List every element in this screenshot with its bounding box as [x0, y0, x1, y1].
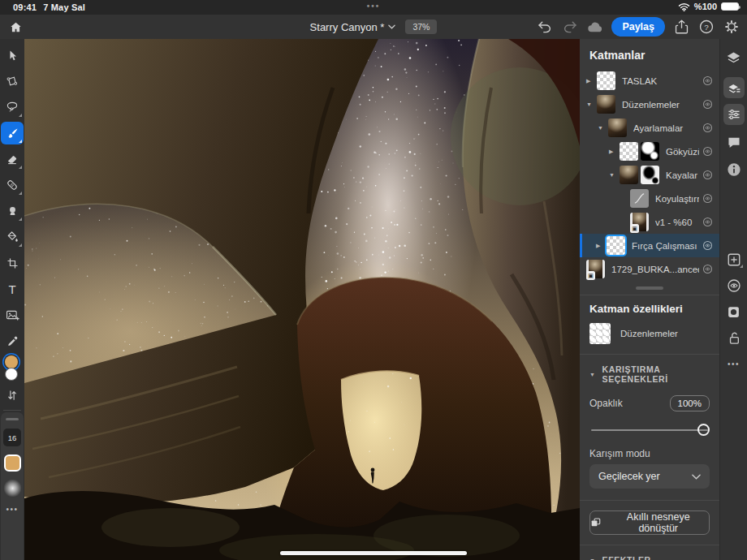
- layer-name: 1729_BURKA...anced-NR33: [611, 265, 699, 274]
- visibility-eye-icon[interactable]: [702, 264, 713, 274]
- layer-row-kayalar[interactable]: ▼ Kayalar: [580, 163, 719, 187]
- disclosure-expanded-icon[interactable]: ▼: [586, 101, 597, 107]
- blend-mode-select[interactable]: Geçilecek yer: [589, 464, 710, 489]
- brush-preset-soft-round[interactable]: [4, 480, 21, 497]
- layer-row-ayarlamalar[interactable]: ▼ Ayarlamalar: [580, 116, 719, 140]
- layer-thumbnail[interactable]: [620, 166, 638, 184]
- adjustment-curves-thumbnail[interactable]: [630, 189, 649, 208]
- clone-stamp-tool[interactable]: [0, 198, 24, 224]
- move-tool[interactable]: [0, 42, 24, 68]
- layer-properties-title: Katman özellikleri: [580, 295, 719, 321]
- opacity-value-box[interactable]: 100%: [670, 395, 710, 411]
- comments-button[interactable]: [722, 130, 746, 154]
- visibility-eye-icon[interactable]: [702, 217, 713, 227]
- transform-select-tool[interactable]: [0, 68, 24, 94]
- cloud-sync-icon[interactable]: [586, 18, 604, 36]
- type-tool[interactable]: T: [0, 276, 24, 302]
- blending-options-header[interactable]: ▼ KARIŞTIRMA SEÇENEKLERİ: [580, 355, 719, 387]
- ipad-status-bar: 09:417 May Sal ••• %100: [0, 0, 747, 15]
- help-button[interactable]: ?: [697, 18, 715, 36]
- smart-object-badge-icon: ▣: [586, 271, 595, 280]
- info-button[interactable]: [722, 157, 746, 182]
- document-title[interactable]: Starry Canyon *: [310, 21, 396, 33]
- lock-layer-button[interactable]: [722, 325, 746, 350]
- crop-tool[interactable]: [0, 250, 24, 276]
- layer-row-firca-calismasi-selected[interactable]: ▶ Fırça Çalışması: [580, 234, 719, 257]
- settings-gear-icon[interactable]: [723, 18, 741, 36]
- opacity-slider-knob[interactable]: [697, 424, 710, 436]
- share-button[interactable]: Paylaş: [611, 17, 665, 37]
- more-layer-options-button[interactable]: •••: [722, 351, 746, 376]
- eraser-tool[interactable]: [0, 146, 24, 172]
- effects-header[interactable]: ▼ EFEKTLER: [580, 545, 719, 560]
- swap-colors-button[interactable]: [0, 385, 24, 406]
- properties-layer-thumbnail: [589, 323, 611, 344]
- layer-row-1729-burka[interactable]: ▣ 1729_BURKA...anced-NR33: [580, 257, 719, 281]
- disclosure-expanded-icon[interactable]: ▼: [598, 125, 608, 131]
- section-chevron-icon: ▼: [589, 372, 596, 377]
- layer-row-duzenlemeler[interactable]: ▼ Düzenlemeler: [580, 93, 719, 116]
- export-icon[interactable]: [672, 18, 690, 36]
- eyedropper-tool[interactable]: [0, 328, 24, 354]
- opacity-slider-track[interactable]: [591, 429, 708, 431]
- layer-thumbnail[interactable]: [597, 71, 615, 90]
- disclosure-collapsed-icon[interactable]: ▶: [609, 149, 620, 155]
- place-photo-tool[interactable]: [0, 302, 24, 328]
- redo-button[interactable]: [561, 18, 579, 36]
- visibility-eye-icon[interactable]: [702, 146, 713, 157]
- layer-name: Koyulaştırma: [655, 194, 699, 204]
- convert-smart-object-button[interactable]: Akıllı nesneye dönüştür: [589, 510, 710, 535]
- fill-tool[interactable]: [0, 224, 24, 250]
- visibility-eye-icon[interactable]: [702, 99, 713, 110]
- add-layer-button[interactable]: [722, 248, 746, 272]
- opacity-slider[interactable]: [591, 424, 708, 437]
- background-color-well[interactable]: [5, 368, 18, 381]
- layer-row-v1[interactable]: ▣ v1 - %60: [580, 210, 719, 234]
- visibility-eye-icon[interactable]: [702, 240, 713, 251]
- layer-mask-button[interactable]: [722, 299, 746, 324]
- smart-object-thumbnail[interactable]: ▣: [586, 260, 605, 278]
- panel-drag-handle[interactable]: [636, 286, 663, 290]
- home-button[interactable]: [7, 19, 24, 35]
- layer-mask-thumbnail[interactable]: [641, 166, 659, 184]
- layer-row-taslak[interactable]: ▶ TASLAK: [580, 69, 719, 93]
- smart-object-badge-icon: ▣: [630, 224, 639, 233]
- visibility-eye-icon[interactable]: [702, 170, 713, 180]
- color-wells: [0, 355, 24, 385]
- zoom-level-badge[interactable]: 37%: [405, 19, 437, 34]
- undo-button[interactable]: [536, 18, 554, 36]
- layers-panel: Katmanlar ▶ TASLAK ▼ Düzenlemeler ▼ Ayar…: [580, 39, 719, 560]
- layer-thumbnail[interactable]: [607, 236, 625, 255]
- healing-brush-tool[interactable]: [0, 172, 24, 198]
- convert-smart-object-label: Akıllı nesneye dönüştür: [607, 511, 709, 534]
- layer-visibility-button[interactable]: [722, 274, 746, 298]
- blend-mode-value: Geçilecek yer: [598, 471, 660, 482]
- lasso-tool[interactable]: [0, 94, 24, 120]
- layers-compact-view-button[interactable]: [722, 45, 746, 70]
- disclosure-collapsed-icon[interactable]: ▶: [596, 243, 607, 249]
- visibility-eye-icon[interactable]: [702, 193, 713, 204]
- disclosure-collapsed-icon[interactable]: ▶: [586, 78, 597, 84]
- brush-size-value[interactable]: 16: [3, 429, 21, 446]
- foreground-color-well[interactable]: [5, 355, 18, 368]
- layer-row-koyulastirma[interactable]: Koyulaştırma: [580, 187, 719, 210]
- layer-row-gokyuzu[interactable]: ▶ Gökyüzü: [580, 140, 719, 163]
- visibility-eye-icon[interactable]: [702, 123, 713, 133]
- brush-tool[interactable]: [0, 120, 24, 146]
- layer-thumbnail[interactable]: [597, 95, 615, 114]
- layer-mask-thumbnail[interactable]: [641, 142, 659, 161]
- more-options-button[interactable]: •••: [6, 505, 18, 514]
- visibility-eye-icon[interactable]: [702, 75, 713, 86]
- layers-detail-view-button[interactable]: [722, 75, 746, 100]
- options-drag-handle[interactable]: [6, 418, 19, 420]
- home-indicator-bar[interactable]: [280, 551, 467, 555]
- layer-thumbnail[interactable]: [608, 118, 627, 137]
- disclosure-expanded-icon[interactable]: ▼: [609, 172, 620, 178]
- layer-properties-button[interactable]: [722, 102, 746, 127]
- home-icon: [9, 20, 23, 34]
- smart-object-thumbnail[interactable]: ▣: [630, 213, 649, 231]
- document-canvas[interactable]: [24, 39, 580, 560]
- section-chevron-icon: ▼: [589, 558, 596, 560]
- layer-thumbnail[interactable]: [620, 142, 638, 161]
- brush-color-swatch[interactable]: [4, 454, 21, 472]
